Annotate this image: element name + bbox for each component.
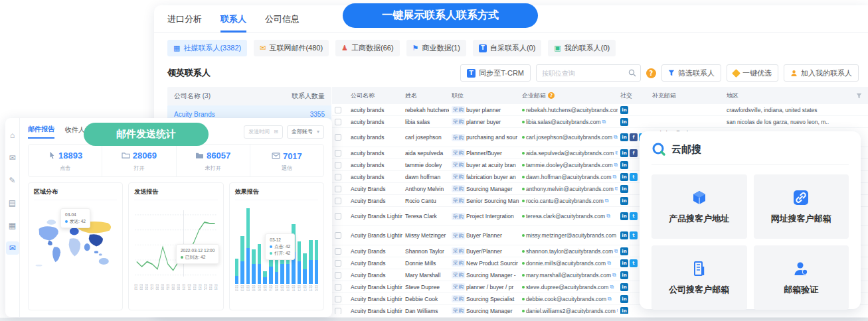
stat-value: 7017 bbox=[283, 151, 302, 161]
linkedin-icon[interactable]: in bbox=[620, 247, 628, 255]
linkedin-icon[interactable]: in bbox=[620, 197, 628, 205]
row-checkbox[interactable] bbox=[335, 186, 341, 192]
row-checkbox[interactable] bbox=[335, 174, 341, 180]
facebook-icon[interactable]: f bbox=[630, 149, 638, 157]
header-email: 企业邮箱 bbox=[522, 92, 546, 100]
tab-email-report[interactable]: 邮件报告 bbox=[28, 125, 54, 139]
cell-name: Teresa Clark bbox=[402, 213, 449, 220]
source-tab-stamp[interactable]: ♟工商数据(66) bbox=[335, 40, 399, 56]
linkedin-icon[interactable]: in bbox=[620, 231, 628, 239]
help-icon[interactable]: ? bbox=[646, 68, 656, 78]
report-icon[interactable]: ▦ bbox=[6, 219, 19, 232]
source-tab-t-box[interactable]: T自采联系人(0) bbox=[473, 40, 541, 56]
row-checkbox[interactable] bbox=[335, 296, 341, 302]
table-row[interactable]: acuity brandsrebekah hutchens采购buyer pla… bbox=[332, 104, 868, 116]
cell-title: 采购Sourcing Specialist bbox=[449, 295, 519, 302]
stats-summary: 18893点击28069打开86057未打开7017退信 bbox=[28, 144, 324, 177]
table-toolbar: 领英联系人 T 同步至T-CRM ? 筛选联系人 一键优选 加入我的联系人 bbox=[154, 56, 868, 87]
source-tab-grid[interactable]: ▦社媒联系人(3382) bbox=[167, 40, 247, 56]
pen-icon[interactable]: ✎ bbox=[6, 174, 19, 187]
row-checkbox[interactable] bbox=[335, 284, 341, 290]
column-filter-icon[interactable] bbox=[856, 93, 862, 99]
tab-contacts[interactable]: 联系人 bbox=[220, 13, 246, 32]
tile-产品搜客户地址[interactable]: 产品搜客户地址 bbox=[651, 174, 747, 239]
cell-email: dawn.hoffman@acuitybrands.com⧉ bbox=[519, 174, 618, 180]
row-checkbox[interactable] bbox=[335, 248, 341, 255]
row-checkbox[interactable] bbox=[335, 150, 341, 157]
tab-import-analysis[interactable]: 进口分析 bbox=[167, 13, 202, 32]
purchase-tag: 采购 bbox=[452, 118, 465, 125]
copy-icon[interactable]: ⧉ bbox=[614, 134, 618, 141]
linkedin-icon[interactable]: in bbox=[620, 283, 628, 291]
funnel-icon bbox=[668, 70, 675, 76]
row-checkbox[interactable] bbox=[335, 272, 341, 279]
cell-name: Dan Williams bbox=[402, 308, 449, 314]
facebook-icon[interactable]: f bbox=[630, 133, 638, 141]
send-icon[interactable]: ✉ bbox=[6, 151, 19, 164]
tile-网址搜客户邮箱[interactable]: 网址搜客户邮箱 bbox=[754, 174, 849, 239]
copy-icon[interactable]: ⧉ bbox=[610, 284, 614, 290]
linkedin-icon[interactable]: in bbox=[620, 149, 628, 157]
row-checkbox[interactable] bbox=[335, 198, 341, 204]
copy-icon[interactable]: ⧉ bbox=[612, 174, 616, 180]
search-icon[interactable] bbox=[628, 69, 636, 77]
cell-email: teresa.clark@acuitybrands.com⧉ bbox=[519, 213, 618, 220]
twitter-icon[interactable]: t bbox=[630, 173, 638, 181]
map-tooltip: 03-04 发送: 42 bbox=[60, 208, 90, 228]
twitter-icon[interactable]: t bbox=[630, 231, 638, 239]
source-tab-flag[interactable]: ⚑商业数据(1) bbox=[406, 40, 466, 56]
home-icon[interactable]: ⌂ bbox=[6, 129, 19, 142]
account-select[interactable]: 全部账号 ▾ bbox=[287, 125, 324, 139]
cell-social: in bbox=[618, 106, 650, 114]
t-box-icon: T bbox=[479, 44, 487, 52]
linkedin-icon[interactable]: in bbox=[620, 133, 628, 141]
linkedin-icon[interactable]: in bbox=[620, 271, 628, 279]
copy-icon[interactable]: ⧉ bbox=[606, 213, 610, 220]
linkedin-icon[interactable]: in bbox=[620, 173, 628, 181]
search-input[interactable] bbox=[536, 64, 641, 82]
row-checkbox[interactable] bbox=[335, 260, 341, 267]
row-checkbox[interactable] bbox=[335, 134, 341, 141]
row-checkbox[interactable] bbox=[335, 213, 341, 220]
table-row[interactable]: acuity brandslibia salas采购planner buyerl… bbox=[332, 116, 868, 128]
copy-icon[interactable]: ⧉ bbox=[607, 260, 611, 267]
linkedin-icon[interactable]: in bbox=[620, 118, 628, 126]
source-tab-card[interactable]: ▣我的联系人(0) bbox=[548, 40, 616, 56]
tile-公司搜客户邮箱[interactable]: 公司搜客户邮箱 bbox=[651, 245, 747, 310]
filter-contacts-button[interactable]: 筛选联系人 bbox=[661, 64, 721, 82]
email-help-icon[interactable]: ? bbox=[548, 92, 555, 99]
row-checkbox[interactable] bbox=[335, 119, 341, 125]
twitter-icon[interactable]: t bbox=[630, 259, 638, 267]
add-to-my-contacts-button[interactable]: 加入我的联系人 bbox=[784, 64, 859, 82]
copy-icon[interactable]: ⧉ bbox=[612, 272, 616, 279]
tab-company-info[interactable]: 公司信息 bbox=[265, 13, 300, 32]
send-time-date-picker[interactable]: 发送时间 ⊞ bbox=[244, 125, 283, 139]
linkedin-icon[interactable]: in bbox=[620, 212, 628, 220]
sync-tcrm-button[interactable]: T 同步至T-CRM bbox=[460, 64, 531, 82]
row-checkbox[interactable] bbox=[335, 107, 341, 113]
row-checkbox[interactable] bbox=[335, 308, 341, 314]
linkedin-icon[interactable]: in bbox=[620, 259, 628, 267]
twitter-icon[interactable]: t bbox=[630, 212, 638, 220]
row-checkbox[interactable] bbox=[335, 232, 341, 239]
cell-email: libia.salas@acuitybrands.com⧉ bbox=[519, 119, 618, 125]
copy-icon[interactable]: ⧉ bbox=[608, 296, 612, 302]
effect-report-card: 效果报告 03-0103-0203-0303-0403-0503-0603-07… bbox=[229, 182, 324, 310]
docs-icon[interactable]: ▤ bbox=[6, 196, 19, 210]
linkedin-icon[interactable]: in bbox=[620, 106, 628, 114]
cell-name: dawn hoffman bbox=[402, 174, 449, 180]
cell-company: Acuity Brands Lighting bbox=[348, 308, 402, 314]
source-tab-mail[interactable]: ✉互联网邮件(480) bbox=[254, 40, 329, 56]
mail-stats-icon[interactable]: ✉ bbox=[6, 241, 19, 255]
linkedin-icon[interactable]: in bbox=[620, 295, 628, 303]
status-dot bbox=[522, 310, 525, 312]
linkedin-icon[interactable]: in bbox=[620, 307, 628, 314]
contact-method-callout: 一键展示联系人联系方式 bbox=[343, 3, 538, 28]
linkedin-icon[interactable]: in bbox=[620, 185, 628, 193]
one-click-optimize-button[interactable]: 一键优选 bbox=[727, 64, 778, 82]
copy-icon[interactable]: ⧉ bbox=[605, 198, 609, 204]
linkedin-icon[interactable]: in bbox=[620, 161, 628, 169]
row-checkbox[interactable] bbox=[335, 162, 341, 168]
tile-邮箱验证[interactable]: 邮箱验证 bbox=[754, 245, 849, 310]
copy-icon[interactable]: ⧉ bbox=[602, 119, 606, 125]
